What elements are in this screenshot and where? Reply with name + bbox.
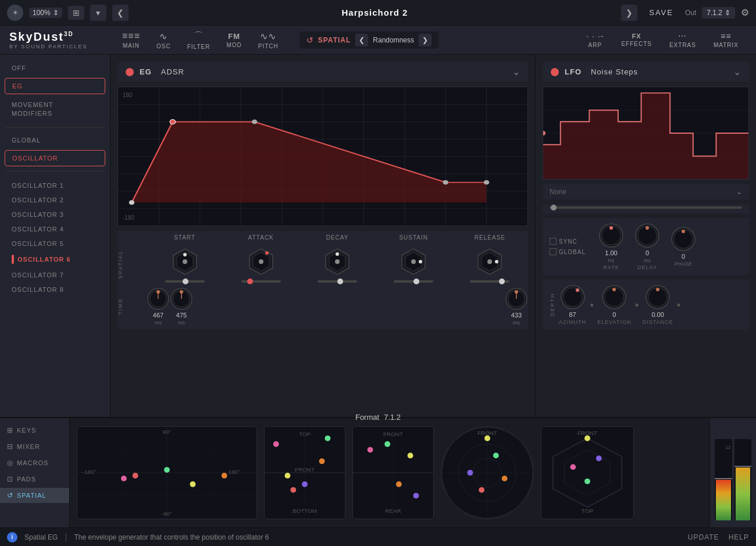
spatial-nav-left[interactable]: ❮ bbox=[355, 34, 368, 47]
start-knob[interactable] bbox=[170, 247, 200, 277]
oscillator-5-item[interactable]: OSCILLATOR 5 bbox=[5, 237, 105, 251]
sustain-knob[interactable] bbox=[398, 247, 429, 277]
decay-slider[interactable] bbox=[318, 280, 357, 283]
svg-point-40 bbox=[487, 259, 492, 264]
oscillator-7-item[interactable]: OSCILLATOR 7 bbox=[5, 268, 105, 282]
grid-button[interactable]: ⊞ bbox=[68, 6, 84, 20]
attack-slider[interactable] bbox=[241, 280, 281, 283]
zoom-control[interactable]: 100% ⇕ bbox=[29, 8, 62, 18]
distance-knob[interactable] bbox=[645, 284, 671, 310]
label-start: START bbox=[147, 234, 223, 241]
pitch-icon: ∿∿ bbox=[260, 31, 276, 42]
sidebar-off[interactable]: OFF bbox=[5, 60, 105, 76]
svg-point-108 bbox=[368, 447, 373, 453]
settings-icon[interactable]: ⚙ bbox=[741, 7, 749, 18]
macros-tab[interactable]: ◎ MACROS bbox=[0, 455, 69, 470]
global-checkbox-row[interactable]: GLOBAL bbox=[550, 248, 586, 255]
lfo-title: LFO bbox=[565, 67, 582, 76]
lfo-header: LFO Noise Steps ⌄ bbox=[543, 62, 749, 82]
time-decay-knob[interactable] bbox=[170, 287, 193, 311]
vu-section: 12 0 -∞ bbox=[709, 418, 756, 527]
lfo-none-slider[interactable] bbox=[550, 206, 742, 209]
dropdown-arrow[interactable]: ▾ bbox=[90, 5, 106, 21]
sidebar-movement-modifiers[interactable]: MOVEMENTMODIFIERS bbox=[5, 97, 105, 123]
save-button[interactable]: SAVE bbox=[643, 6, 679, 19]
time-knobs-row: 467 ms 475 ms bbox=[147, 287, 528, 326]
tab-mod[interactable]: FM MOD bbox=[218, 30, 249, 51]
sync-checkbox[interactable] bbox=[550, 238, 557, 245]
arp-icon: · · ·- bbox=[586, 31, 604, 41]
elevation-knob[interactable] bbox=[601, 284, 627, 310]
svg-point-41 bbox=[495, 260, 498, 263]
sidebar-global[interactable]: GLOBAL bbox=[5, 133, 105, 148]
oscillator-2-item[interactable]: OSCILLATOR 2 bbox=[5, 193, 105, 207]
tab-extras[interactable]: ⋯ EXTRAS bbox=[661, 29, 704, 51]
keys-tab[interactable]: ⊞ KEYS bbox=[0, 423, 69, 438]
tab-arp[interactable]: · · ·- ARP bbox=[578, 29, 612, 51]
pitch-label: PITCH bbox=[258, 43, 279, 49]
oscillator-4-item[interactable]: OSCILLATOR 4 bbox=[5, 222, 105, 236]
circle-viz: FRONT bbox=[441, 426, 534, 519]
tab-osc[interactable]: ∿ OSC bbox=[148, 28, 179, 52]
eg-label-180: 180 bbox=[123, 92, 133, 98]
svg-text:TOP: TOP bbox=[582, 508, 594, 514]
svg-point-65 bbox=[682, 230, 685, 233]
time-attack-knob-group: 467 ms bbox=[147, 287, 170, 326]
sync-checkbox-row[interactable]: SYNC bbox=[550, 238, 586, 245]
attack-knob[interactable] bbox=[246, 247, 276, 277]
azimuth-knob[interactable] bbox=[560, 284, 586, 310]
help-button[interactable]: HELP bbox=[729, 533, 749, 541]
depth-section: DEPTH 87 AZIMUTH ● 0 ELEV bbox=[543, 280, 749, 330]
mod-icon: FM bbox=[228, 32, 240, 41]
spatial-nav-right[interactable]: ❯ bbox=[419, 34, 432, 47]
svg-point-110 bbox=[384, 441, 390, 447]
rate-unit: Hz bbox=[608, 258, 615, 263]
top-bar: ☀ 100% ⇕ ⊞ ▾ ❮ Harpsichord 2 ❯ SAVE Out … bbox=[0, 0, 756, 26]
svg-point-74 bbox=[656, 288, 659, 291]
release-knob[interactable] bbox=[475, 247, 505, 277]
eg-power-button[interactable] bbox=[126, 68, 134, 76]
oscillator-3-item[interactable]: OSCILLATOR 3 bbox=[5, 208, 105, 222]
tab-main[interactable]: ≡≡≡ MAIN bbox=[114, 28, 148, 51]
right-tabs: · · ·- ARP FX EFFECTS ⋯ EXTRAS ≡≡ MATRIX bbox=[578, 29, 747, 51]
tab-pitch[interactable]: ∿∿ PITCH bbox=[250, 28, 287, 52]
global-checkbox[interactable] bbox=[550, 248, 557, 255]
eg-dropdown-icon[interactable]: ⌄ bbox=[512, 66, 520, 77]
label-attack: ATTACK bbox=[223, 234, 299, 241]
out-value-control[interactable]: 7.1.2 ⇕ bbox=[702, 7, 735, 19]
pads-tab[interactable]: ⊡ PADS bbox=[0, 472, 69, 487]
time-release-val: 433 bbox=[511, 312, 522, 319]
phase-val: 0 bbox=[682, 253, 685, 260]
sustain-knob-group bbox=[394, 247, 433, 283]
time-release-knob[interactable] bbox=[505, 287, 528, 311]
sidebar-oscillator[interactable]: OSCILLATOR bbox=[5, 150, 105, 166]
phase-knob[interactable] bbox=[671, 226, 696, 252]
oscillator-1-item[interactable]: OSCILLATOR 1 bbox=[5, 179, 105, 192]
tab-filter[interactable]: ⌒ FILTER bbox=[179, 28, 219, 52]
zoom-arrows[interactable]: ⇕ bbox=[53, 9, 59, 17]
rate-knob[interactable] bbox=[598, 223, 624, 248]
sustain-slider[interactable] bbox=[394, 280, 433, 283]
release-knob-group bbox=[470, 247, 509, 283]
time-attack-knob[interactable] bbox=[147, 287, 170, 311]
start-slider[interactable] bbox=[165, 280, 205, 283]
nav-left-button[interactable]: ❮ bbox=[112, 5, 129, 21]
nav-tabs: ≡≡≡ MAIN ∿ OSC ⌒ FILTER FM MOD ∿∿ PITCH bbox=[114, 28, 287, 52]
tab-effects[interactable]: FX EFFECTS bbox=[613, 30, 660, 49]
oscillator-6-item[interactable]: OSCILLATOR 6 bbox=[5, 251, 105, 267]
tab-matrix[interactable]: ≡≡ MATRIX bbox=[705, 29, 747, 51]
lfo-dropdown-icon[interactable]: ⌄ bbox=[733, 66, 741, 77]
sidebar-divider-2 bbox=[5, 171, 105, 172]
release-slider[interactable] bbox=[470, 280, 509, 283]
spatial-tab[interactable]: ↺ SPATIAL bbox=[0, 488, 69, 503]
lfo-power-button[interactable] bbox=[551, 68, 559, 76]
mixer-tab[interactable]: ⊟ MIXER bbox=[0, 439, 69, 454]
sidebar-eg[interactable]: EG bbox=[5, 78, 105, 94]
delay-knob[interactable] bbox=[634, 223, 660, 248]
svg-text:FRONT: FRONT bbox=[577, 430, 597, 436]
decay-knob[interactable] bbox=[322, 247, 352, 277]
oscillator-8-item[interactable]: OSCILLATOR 8 bbox=[5, 283, 105, 297]
nav-right-button[interactable]: ❯ bbox=[621, 5, 637, 21]
lfo-none-dropdown[interactable]: ⌄ bbox=[736, 188, 742, 196]
update-button[interactable]: UPDATE bbox=[688, 533, 719, 541]
